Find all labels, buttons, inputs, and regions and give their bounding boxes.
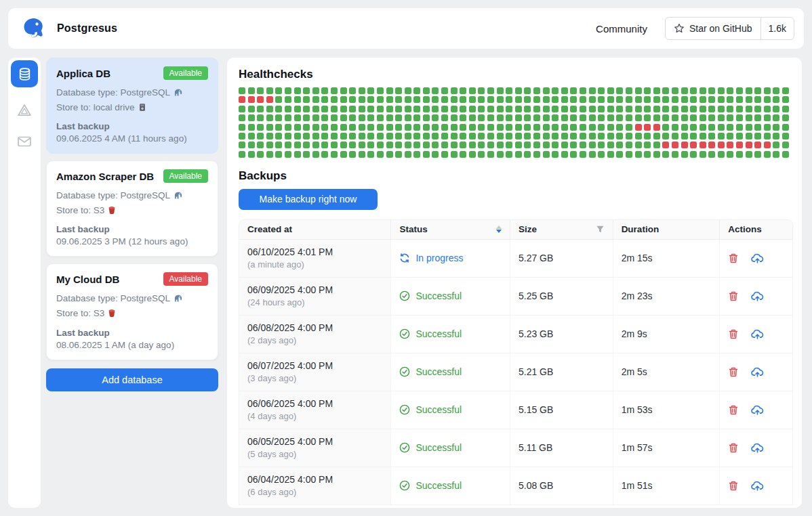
healthcheck-cell-ok [275,87,282,94]
healthcheck-cell-ok [285,142,291,148]
healthcheck-cell-ok [423,124,430,131]
healthcheck-cell-ok [469,142,476,148]
restore-backup-button[interactable] [751,328,764,340]
healthcheck-cell-ok [653,133,660,139]
trash-icon [728,366,739,378]
healthcheck-cell-ok [331,151,338,158]
healthcheck-cell-ok [257,87,264,94]
healthcheck-cell-ok [432,106,439,112]
healthcheck-cell-ok [469,133,476,139]
healthcheck-cell-ok [746,106,752,112]
created-at-relative: (4 days ago) [247,411,296,421]
healthcheck-cell-ok [497,133,504,139]
healthcheck-cell-ok [285,114,291,121]
healthcheck-cell-ok [598,124,605,131]
healthcheck-cell-ok [248,124,255,131]
healthcheck-cell-ok [653,87,660,94]
healthcheck-cell-ok [533,96,540,103]
healthcheck-cell-ok [736,151,743,158]
healthcheck-cell-ok [727,96,733,103]
delete-backup-button[interactable] [728,253,739,264]
restore-backup-button[interactable] [751,442,764,454]
healthcheck-cell-ok [672,114,678,121]
sidebar-item-notifications[interactable] [16,133,33,150]
healthcheck-cell-ok [533,124,540,131]
healthcheck-cell-ok [727,106,733,112]
healthcheck-cell-ok [367,124,374,131]
healthcheck-cell-ok [478,87,485,94]
restore-backup-button[interactable] [751,480,764,492]
healthcheck-cell-ok [672,133,678,139]
healthcheck-cell-ok [386,87,393,94]
healthcheck-cell-ok [543,151,550,158]
star-count[interactable]: 1.6k [760,18,794,39]
healthcheck-cell-failed [754,142,761,148]
healthcheck-cell-ok [515,124,522,131]
healthcheck-cell-ok [690,87,697,94]
healthcheck-cell-ok [423,151,430,158]
healthcheck-cell-ok [478,96,485,103]
healthcheck-cell-ok [607,142,614,148]
healthcheck-cell-ok [367,142,374,148]
healthcheck-cell-ok [377,96,384,103]
healthcheck-cell-ok [773,151,779,158]
database-card[interactable]: Amazon Scraper DBAvailableDatabase type:… [46,160,218,257]
healthcheck-cell-ok [303,96,310,103]
healthcheck-cell-ok [248,151,255,158]
healthcheck-cell-ok [764,87,771,94]
healthcheck-cell-ok [718,87,725,94]
sidebar-item-databases[interactable] [11,60,38,87]
filter-control[interactable] [596,225,605,234]
healthcheck-cell-ok [377,114,384,121]
sidebar-item-storage[interactable] [16,102,33,119]
delete-backup-button[interactable] [728,480,739,492]
healthcheck-cell-ok [321,124,328,131]
delete-backup-button[interactable] [728,442,739,454]
healthcheck-cell-ok [349,151,356,158]
restore-backup-button[interactable] [751,253,764,264]
created-at-value: 06/10/2025 4:01 PM [247,246,333,257]
restore-backup-button[interactable] [751,291,764,302]
healthcheck-cell-ok [607,87,614,94]
healthcheck-cell-ok [294,142,301,148]
healthcheck-cell-ok [257,151,264,158]
delete-backup-button[interactable] [728,366,739,378]
healthcheck-cell-ok [451,133,458,139]
status-badge: Successful [415,404,462,415]
healthcheck-cell-ok [727,87,733,94]
healthcheck-cell-ok [746,151,752,158]
healthcheck-cell-failed [248,96,255,103]
healthcheck-cell-ok [552,87,559,94]
healthcheck-cell-ok [266,106,273,112]
delete-backup-button[interactable] [728,291,739,302]
backup-duration: 1m 57s [622,442,653,453]
make-backup-button[interactable]: Make backup right now [239,189,378,210]
delete-backup-button[interactable] [728,328,739,340]
sort-control[interactable] [496,225,502,233]
healthcheck-cell-ok [598,87,605,94]
star-on-github-button[interactable]: Star on GitHub 1.6k [665,17,794,40]
nav-sidebar [8,58,41,508]
database-card[interactable]: My Cloud DBAvailableDatabase type: Postg… [46,263,218,360]
healthcheck-cell-ok [690,96,697,103]
healthcheck-cell-ok [616,96,623,103]
healthcheck-cell-ok [782,96,789,103]
healthcheck-cell-ok [635,114,642,121]
healthcheck-cell-ok [469,114,476,121]
healthcheck-cell-ok [312,106,319,112]
restore-backup-button[interactable] [751,404,764,416]
delete-backup-button[interactable] [728,404,739,416]
database-card[interactable]: Applica DBAvailableDatabase type: Postgr… [46,58,218,154]
add-database-button[interactable]: Add database [46,368,218,391]
last-backup-value: 08.06.2025 1 AM (a day ago) [56,340,208,350]
healthcheck-cell-ok [469,151,476,158]
community-link[interactable]: Community [596,23,647,35]
healthcheck-cell-ok [331,133,338,139]
restore-backup-button[interactable] [751,366,764,378]
healthcheck-cell-ok [441,106,448,112]
healthchecks-title: Healthchecks [239,68,790,81]
availability-badge: Available [163,272,208,286]
healthcheck-cell-ok [746,114,752,121]
healthcheck-cell-ok [782,151,789,158]
healthcheck-cell-ok [524,106,531,112]
